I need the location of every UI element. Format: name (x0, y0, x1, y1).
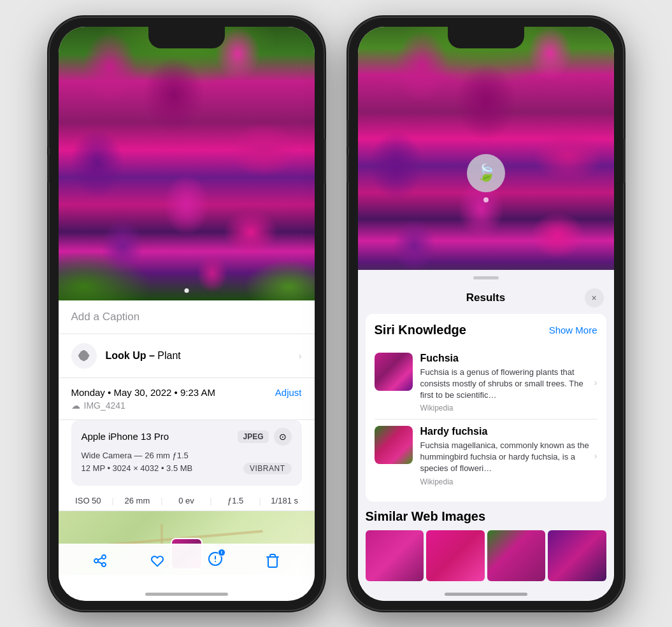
fuchsia-content: Fuchsia Fuchsia is a genus of flowering … (420, 353, 597, 413)
hardy-description: Fuchsia magellanica, commonly known as t… (420, 440, 597, 475)
right-volume-up-button[interactable] (347, 120, 349, 148)
cloud-icon: ☁ (71, 400, 80, 411)
hardy-thumbnail (375, 426, 413, 464)
results-title: Results (466, 292, 505, 304)
resolution-text: 12 MP • 3024 × 4032 • 3.5 MB (82, 463, 193, 473)
similar-image-1[interactable] (366, 530, 424, 581)
meta-filename-row: ☁ IMG_4241 (71, 400, 302, 411)
hardy-chevron-icon: › (594, 451, 597, 461)
notch-left (148, 27, 225, 48)
hardy-source: Wikipedia (420, 477, 597, 486)
knowledge-item-fuchsia[interactable]: Fuchsia Fuchsia is a genus of flowering … (375, 346, 597, 420)
exif-focal: 26 mm (120, 496, 155, 505)
right-phone-screen: 🍃 Results × Siri Knowledge Show Mor (358, 27, 614, 601)
similar-title: Similar Web Images (366, 509, 606, 524)
right-volume-down-button[interactable] (347, 155, 349, 183)
similar-image-3[interactable] (487, 530, 546, 581)
meta-date-row: Monday • May 30, 2022 • 9:23 AM Adjust (71, 387, 302, 398)
photo-indicator (184, 288, 189, 293)
hardy-content: Hardy fuchsia Fuchsia magellanica, commo… (420, 426, 597, 486)
location-icon: ⊙ (274, 428, 292, 446)
fuchsia-name: Fuchsia (420, 353, 597, 364)
like-button[interactable] (150, 553, 165, 568)
notch-right (448, 27, 524, 48)
exif-ev: 0 ev (169, 496, 204, 505)
home-indicator-right (445, 593, 527, 596)
show-more-button[interactable]: Show More (549, 325, 597, 335)
exif-iso: ISO 50 (71, 496, 106, 505)
lookup-row[interactable]: Look Up – Plant › (59, 334, 315, 378)
flower-image (59, 27, 315, 300)
visual-lookup-badge[interactable]: 🍃 (467, 154, 505, 192)
left-phone-screen: Add a Caption Look Up – Plant › Monday •… (59, 27, 315, 601)
fuchsia-source: Wikipedia (420, 404, 597, 412)
share-button[interactable] (92, 553, 108, 568)
siri-indicator-dot (483, 197, 489, 202)
siri-knowledge-section: Siri Knowledge Show More Fuchsia Fuchsia… (366, 314, 606, 502)
volume-down-button[interactable] (47, 155, 50, 183)
similar-images-grid (366, 530, 606, 581)
caption-area[interactable]: Add a Caption (59, 300, 315, 334)
results-close-button[interactable]: × (585, 288, 604, 307)
fuchsia-chevron-icon: › (594, 377, 597, 388)
jpeg-badge: JPEG (238, 430, 268, 443)
results-sheet: Results × Siri Knowledge Show More (358, 270, 614, 601)
info-notification-dot: i (218, 549, 225, 556)
lookup-icon (71, 343, 97, 369)
device-name-text: Apple iPhone 13 Pro (82, 431, 169, 442)
filename-text: IMG_4241 (84, 400, 125, 411)
photo-display[interactable] (59, 27, 315, 300)
device-section: Apple iPhone 13 Pro JPEG ⊙ Wide Camera —… (71, 420, 302, 486)
similar-image-4[interactable] (548, 530, 606, 581)
results-header: Results × (358, 279, 614, 314)
right-power-button[interactable] (623, 139, 626, 183)
hardy-name: Hardy fuchsia (420, 426, 597, 437)
similar-section: Similar Web Images (358, 509, 614, 581)
fuchsia-description: Fuchsia is a genus of flowering plants t… (420, 367, 597, 402)
right-phone: 🍃 Results × Siri Knowledge Show Mor (349, 18, 623, 610)
specs-row: 12 MP • 3024 × 4032 • 3.5 MB VIBRANT (82, 463, 292, 474)
device-row: Apple iPhone 13 Pro JPEG ⊙ (82, 428, 292, 446)
siri-knowledge-header: Siri Knowledge Show More (375, 323, 597, 337)
exif-shutter: 1/181 s (268, 496, 302, 505)
exif-row: ISO 50 | 26 mm | 0 ev | ƒ1.5 | 1/181 s (59, 491, 315, 511)
home-indicator-left (145, 593, 228, 596)
left-phone: Add a Caption Look Up – Plant › Monday •… (50, 18, 324, 610)
delete-button[interactable] (265, 553, 280, 568)
info-button[interactable]: i (208, 551, 223, 570)
lookup-chevron-icon: › (299, 351, 302, 361)
camera-specs-text: Wide Camera — 26 mm ƒ1.5 (82, 451, 292, 460)
power-button[interactable] (324, 139, 326, 183)
fuchsia-thumbnail (375, 353, 413, 391)
dot-1 (184, 288, 189, 293)
volume-up-button[interactable] (47, 120, 50, 148)
vibrant-badge: VIBRANT (243, 463, 292, 474)
similar-image-2[interactable] (426, 530, 485, 581)
siri-knowledge-title: Siri Knowledge (375, 323, 466, 337)
knowledge-item-hardy[interactable]: Hardy fuchsia Fuchsia magellanica, commo… (375, 419, 597, 493)
caption-placeholder[interactable]: Add a Caption (71, 311, 140, 323)
photo-toolbar: i (59, 544, 315, 588)
right-photo-display[interactable]: 🍃 (358, 27, 614, 294)
lookup-label[interactable]: Look Up – Plant (106, 350, 181, 362)
adjust-button[interactable]: Adjust (275, 387, 302, 398)
meta-section: Monday • May 30, 2022 • 9:23 AM Adjust ☁… (59, 378, 315, 420)
exif-aperture: ƒ1.5 (218, 496, 253, 505)
meta-date-text: Monday • May 30, 2022 • 9:23 AM (71, 387, 215, 398)
device-badges: JPEG ⊙ (238, 428, 291, 446)
